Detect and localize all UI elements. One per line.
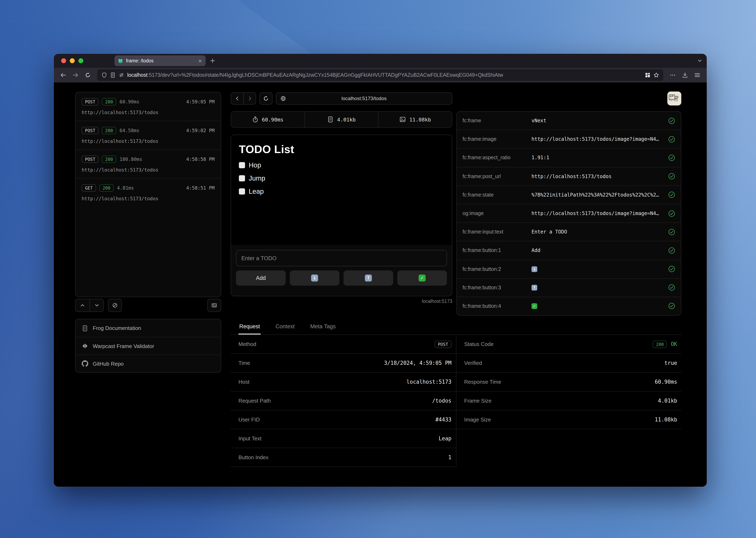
detail-value: localhost:5173 <box>406 379 452 385</box>
down-arrow-emoji: ↓ <box>311 275 318 282</box>
extensions-ellipsis-icon[interactable] <box>667 70 678 81</box>
link-github-repo[interactable]: GitHub Repo <box>76 354 221 372</box>
meta-property: fc:frame:button:3 <box>462 285 531 291</box>
request-row[interactable]: POST 200 64.58ms 4:59:02 PM http://local… <box>76 121 221 149</box>
tab-context[interactable]: Context <box>275 320 296 335</box>
toggle-panel-button[interactable] <box>207 299 221 312</box>
method-badge: POST <box>82 155 99 163</box>
request-row[interactable]: GET 200 4.81ms 4:58:51 PM http://localho… <box>76 178 221 207</box>
document-icon <box>82 325 88 331</box>
frame-address-bar[interactable]: localhost:5173/todos <box>276 92 452 105</box>
detail-value: Leap <box>439 435 452 442</box>
status-badge: 200 <box>99 184 114 191</box>
reload-button[interactable] <box>82 70 93 81</box>
detail-row: Time 3/18/2024, 4:59:05 PM <box>231 354 456 373</box>
frame-button-down[interactable]: ↓ <box>290 270 340 286</box>
status-badge: 200 <box>653 341 667 348</box>
meta-content: ✓ <box>531 303 664 309</box>
meta-row: og:image http://localhost:5173/todos/ima… <box>457 204 681 222</box>
request-row[interactable]: POST 200 180.80ms 4:58:58 PM http://loca… <box>76 149 221 178</box>
request-history-list: POST 200 60.90ms 4:59:05 PM http://local… <box>75 92 221 297</box>
detail-label: Input Text <box>239 435 261 442</box>
detail-value: true <box>664 360 677 366</box>
method-badge: POST <box>82 127 99 134</box>
request-row[interactable]: POST 200 60.90ms 4:59:05 PM http://local… <box>76 92 221 121</box>
address-bar[interactable]: localhost:5173/dev?url=%2Ftodos#state/N4… <box>97 69 663 81</box>
frame-back-button[interactable] <box>231 93 243 104</box>
meta-content: Add <box>531 248 664 253</box>
downloads-icon[interactable] <box>680 70 690 81</box>
bookmark-star-icon[interactable] <box>653 72 659 78</box>
link-label: Warpcast Frame Validator <box>93 343 154 349</box>
detail-value: /todos <box>432 398 452 404</box>
check-circle-icon <box>668 284 675 291</box>
forward-button[interactable] <box>70 70 81 81</box>
close-window-button[interactable] <box>61 58 66 63</box>
document-icon <box>327 116 334 123</box>
detail-row: Host localhost:5173 <box>231 373 456 392</box>
response-details-column: Status Code 200 OK Verified true <box>457 335 681 467</box>
meta-content: http://localhost:5173/todos <box>531 173 664 179</box>
request-details-column: Method POST Time 3/18/2024, 4:59:05 PM H… <box>231 335 457 467</box>
detail-label: User FID <box>239 416 260 423</box>
meta-property: fc:frame:aspect_ratio <box>462 155 531 161</box>
reload-icon <box>263 96 269 101</box>
frame-button-check[interactable]: ✓ <box>397 270 447 286</box>
request-url: http://localhost:5173/todos <box>82 167 215 173</box>
frame-forward-button[interactable] <box>243 93 256 104</box>
clear-requests-button[interactable] <box>108 299 122 312</box>
detail-row: Verified true <box>457 354 681 373</box>
meta-tags-table: fc:frame vNext fc:frame:image http://loc… <box>457 111 681 316</box>
site-settings-icon[interactable] <box>119 72 124 78</box>
detail-row: Method POST <box>231 335 456 354</box>
meta-property: fc:frame:state <box>462 192 531 198</box>
user-avatar[interactable] <box>667 91 681 105</box>
minimize-window-button[interactable] <box>70 58 75 63</box>
new-tab-button[interactable] <box>210 58 215 64</box>
browser-tab[interactable]: frame: /todos <box>115 55 206 66</box>
meta-property: fc:frame:input:text <box>462 229 531 235</box>
frame-text-input[interactable] <box>236 250 447 266</box>
frame-reload-button[interactable] <box>259 92 273 105</box>
menu-hamburger-icon[interactable] <box>692 70 703 81</box>
globe-icon <box>280 96 286 101</box>
check-circle-icon <box>668 117 675 124</box>
frame-preview-card: TODO List Hop Jump Leap <box>231 134 452 296</box>
tab-close-icon[interactable] <box>198 59 202 63</box>
duration-label: 4.81ms <box>117 185 134 191</box>
link-frog-documentation[interactable]: Frog Documentation <box>76 319 221 337</box>
check-circle-icon <box>668 191 675 198</box>
meta-row: fc:frame:image http://localhost:5173/tod… <box>457 130 681 148</box>
meta-property: og:image <box>462 210 531 216</box>
metric-frame-size: 4.01kb <box>304 112 378 127</box>
check-circle-icon <box>668 210 675 217</box>
timestamp-label: 4:58:51 PM <box>186 185 215 191</box>
page-info-icon[interactable] <box>110 72 116 78</box>
check-circle-icon <box>668 154 675 161</box>
page-actions-icon[interactable] <box>645 72 651 78</box>
detail-row: Image Size 11.08kb <box>457 410 681 429</box>
next-request-button[interactable] <box>89 299 103 311</box>
tab-meta-tags[interactable]: Meta Tags <box>309 320 337 335</box>
tab-request[interactable]: Request <box>239 320 261 335</box>
zoom-window-button[interactable] <box>79 58 83 63</box>
status-badge: 200 <box>102 155 116 163</box>
detail-label: Method <box>239 341 256 347</box>
meta-content: ↓ <box>531 266 664 272</box>
meta-row: fc:frame:button:1 Add <box>457 241 681 260</box>
frame-button-add[interactable]: Add <box>236 270 286 286</box>
frame-button-up[interactable]: ↑ <box>344 270 393 286</box>
status-badge: 200 <box>102 98 116 105</box>
previous-request-button[interactable] <box>76 299 89 311</box>
timestamp-label: 4:59:02 PM <box>186 128 215 134</box>
tracking-shield-icon[interactable] <box>101 72 107 78</box>
link-warpcast-frame-validator[interactable]: Warpcast Frame Validator <box>76 337 221 354</box>
frame-title: TODO List <box>239 143 444 156</box>
meta-property: fc:frame:post_url <box>462 173 531 179</box>
frame-image: TODO List Hop Jump Leap <box>231 135 452 245</box>
tab-list-chevron-icon[interactable] <box>697 58 703 64</box>
back-button[interactable] <box>58 70 69 81</box>
history-nav-row <box>75 299 221 312</box>
detail-row: Input Text Leap <box>231 429 456 448</box>
panel-layout-icon <box>211 302 217 308</box>
